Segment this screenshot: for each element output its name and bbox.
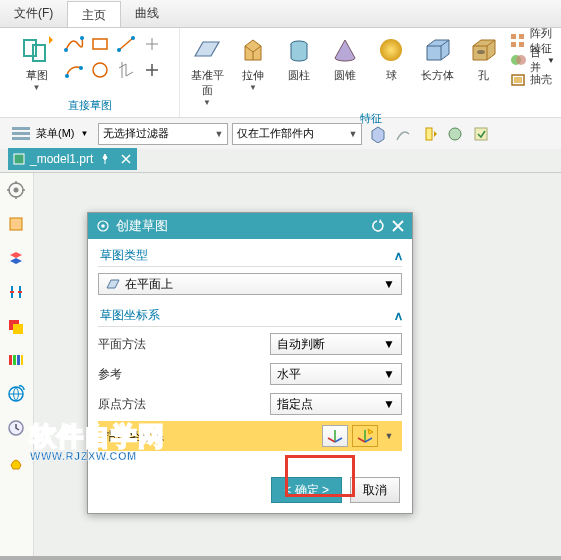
- rectangle-icon[interactable]: [88, 32, 112, 56]
- extrude-icon: [237, 34, 269, 66]
- origin-method-label: 原点方法: [98, 396, 264, 413]
- spline-icon[interactable]: [62, 32, 86, 56]
- csys-pick-button[interactable]: [322, 425, 348, 447]
- tool-icon-4[interactable]: [444, 123, 466, 145]
- group-label-sketch: 直接草图: [68, 96, 112, 115]
- tab-file[interactable]: 文件(F): [0, 0, 67, 27]
- tab-home[interactable]: 主页: [67, 1, 121, 27]
- chevron-down-icon: ▼: [383, 337, 395, 351]
- hole-button[interactable]: 孔: [462, 32, 504, 85]
- reference-label: 参考: [98, 366, 264, 383]
- filter-dropdown[interactable]: 无选择过滤器▼: [98, 123, 228, 145]
- chevron-down-icon: ▼: [383, 277, 395, 291]
- chevron-down-icon: ▼: [383, 367, 395, 381]
- merge-button[interactable]: 合并▼: [508, 51, 557, 69]
- tool-icon-3[interactable]: [418, 123, 440, 145]
- svg-rect-0: [24, 40, 36, 56]
- filter-bar: 菜单(M)▼ 无选择过滤器▼ 仅在工作部件内▼: [0, 118, 561, 150]
- pin-icon[interactable]: [99, 153, 111, 165]
- sketch-button[interactable]: 草图 ▼: [16, 32, 58, 94]
- extrude-button[interactable]: 拉伸▼: [232, 32, 274, 94]
- palette-icon[interactable]: [7, 351, 27, 371]
- gear-icon: [96, 219, 110, 233]
- history-icon[interactable]: [7, 419, 27, 439]
- close-icon[interactable]: [392, 220, 404, 232]
- svg-line-53: [335, 438, 342, 442]
- constraint-icon[interactable]: [7, 283, 27, 303]
- svg-line-56: [365, 438, 372, 442]
- line-icon[interactable]: [114, 32, 138, 56]
- web-icon[interactable]: [7, 385, 27, 405]
- chevron-down-icon: ▼: [349, 129, 358, 139]
- plus-icon[interactable]: [140, 58, 164, 82]
- plane-type-icon: [105, 276, 121, 292]
- ok-button[interactable]: < 确定 >: [271, 477, 342, 503]
- nav-icon[interactable]: [7, 215, 27, 235]
- section-type-header[interactable]: 草图类型 ʌ: [98, 245, 402, 267]
- sketch-icon: [21, 34, 53, 66]
- specify-csys-label: 指定坐标系: [104, 428, 318, 445]
- svg-rect-32: [475, 128, 487, 140]
- cuboid-icon: [421, 34, 453, 66]
- plane-method-label: 平面方法: [98, 336, 264, 353]
- svg-point-35: [13, 188, 18, 193]
- cone-icon: [329, 34, 361, 66]
- assembly-icon[interactable]: [7, 249, 27, 269]
- svg-rect-33: [14, 154, 24, 164]
- point-icon[interactable]: [140, 32, 164, 56]
- svg-point-12: [93, 63, 107, 77]
- datum-plane-button[interactable]: 基准平面▼: [186, 32, 228, 109]
- svg-rect-26: [514, 77, 522, 83]
- menu-button[interactable]: 菜单(M)▼: [4, 122, 94, 146]
- svg-point-6: [117, 48, 121, 52]
- arc-icon[interactable]: [62, 58, 86, 82]
- chevron-down-icon: ▼: [383, 397, 395, 411]
- svg-rect-21: [511, 42, 516, 47]
- close-icon[interactable]: [121, 154, 131, 164]
- cuboid-button[interactable]: 长方体: [416, 32, 458, 85]
- svg-rect-46: [21, 355, 23, 365]
- create-sketch-dialog: 创建草图 草图类型 ʌ 在平面上 ▼ 草图坐标系 ʌ 平面方法: [87, 212, 413, 514]
- tool-icon-5[interactable]: [470, 123, 492, 145]
- circle-icon[interactable]: [88, 58, 112, 82]
- cancel-button[interactable]: 取消: [350, 477, 400, 503]
- svg-rect-44: [13, 355, 16, 365]
- svg-rect-28: [12, 132, 30, 135]
- file-tab[interactable]: _model1.prt: [8, 148, 137, 170]
- tool-icon-2[interactable]: [392, 123, 414, 145]
- chevron-down-icon: ▼: [215, 129, 224, 139]
- datum-plane-icon: [191, 34, 223, 66]
- chevron-up-icon: ʌ: [395, 249, 402, 263]
- csys-auto-button[interactable]: [352, 425, 378, 447]
- svg-rect-40: [10, 218, 22, 230]
- svg-point-31: [449, 128, 461, 140]
- part-icon: [12, 152, 26, 166]
- svg-rect-43: [9, 355, 12, 365]
- polyline-icon[interactable]: [114, 58, 138, 82]
- settings-icon[interactable]: [7, 181, 27, 201]
- reference-dropdown[interactable]: 水平▼: [270, 363, 402, 385]
- shell-icon: [510, 71, 526, 87]
- origin-method-dropdown[interactable]: 指定点▼: [270, 393, 402, 415]
- sphere-icon: [375, 34, 407, 66]
- csys-more-dropdown[interactable]: ▼: [382, 431, 396, 441]
- reset-icon[interactable]: [370, 219, 384, 233]
- svg-point-50: [101, 224, 105, 228]
- svg-point-11: [79, 66, 83, 70]
- scope-dropdown[interactable]: 仅在工作部件内▼: [232, 123, 362, 145]
- dialog-title-bar[interactable]: 创建草图: [88, 213, 412, 239]
- sketch-type-dropdown[interactable]: 在平面上 ▼: [98, 273, 402, 295]
- tab-curve[interactable]: 曲线: [121, 0, 173, 27]
- section-csys-header[interactable]: 草图坐标系 ʌ: [98, 305, 402, 327]
- plane-method-dropdown[interactable]: 自动判断▼: [270, 333, 402, 355]
- cylinder-button[interactable]: 圆柱: [278, 32, 320, 85]
- shell-button[interactable]: 抽壳: [508, 70, 557, 88]
- cone-button[interactable]: 圆锥: [324, 32, 366, 85]
- lamp-icon[interactable]: [7, 453, 27, 473]
- layer-icon[interactable]: [7, 317, 27, 337]
- svg-point-17: [380, 39, 402, 61]
- svg-rect-22: [519, 42, 524, 47]
- file-name: _model1.prt: [30, 152, 93, 166]
- sphere-button[interactable]: 球: [370, 32, 412, 85]
- svg-point-18: [477, 50, 485, 54]
